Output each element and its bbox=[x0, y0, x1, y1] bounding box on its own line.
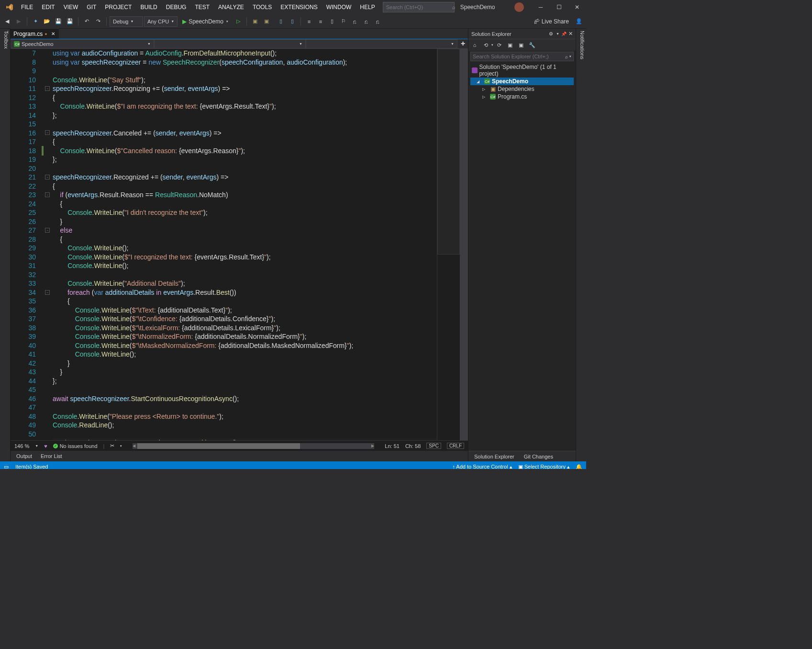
start-without-debug-button[interactable]: ▷ bbox=[233, 16, 244, 27]
vertical-scrollbar[interactable] bbox=[460, 49, 468, 440]
pin-icon[interactable]: 📌 bbox=[561, 32, 567, 36]
close-icon[interactable]: ✕ bbox=[568, 31, 573, 37]
fold-icon[interactable]: − bbox=[45, 228, 50, 233]
notifications-tab[interactable]: Notifications bbox=[576, 29, 586, 461]
menu-git[interactable]: GIT bbox=[83, 2, 100, 12]
select-repository[interactable]: ▣ Select Repository ▴ bbox=[518, 464, 570, 470]
tree-project-speechdemo[interactable]: ◢ C# SpeechDemo bbox=[470, 78, 574, 85]
avatar-icon[interactable] bbox=[514, 2, 524, 12]
toolbar-icon-1[interactable]: ▣ bbox=[250, 16, 260, 27]
switch-view-icon[interactable]: ⟲ bbox=[480, 40, 491, 50]
fold-icon[interactable]: − bbox=[45, 290, 50, 295]
toolbar-icon-3[interactable]: ▯ bbox=[276, 16, 286, 27]
menu-edit[interactable]: EDIT bbox=[38, 2, 58, 12]
line-indicator[interactable]: Ln: 51 bbox=[385, 443, 400, 449]
properties-icon[interactable]: 🔧 bbox=[527, 40, 537, 50]
expand-arrow-icon[interactable]: ▷ bbox=[482, 95, 488, 99]
scissors-icon[interactable]: ✂ bbox=[110, 443, 114, 449]
menu-analyze[interactable]: ANALYZE bbox=[214, 2, 248, 12]
indent-icon[interactable]: ≡ bbox=[304, 16, 314, 27]
menu-project[interactable]: PROJECT bbox=[101, 2, 135, 12]
save-icon[interactable]: 💾 bbox=[53, 16, 64, 27]
forward-button[interactable]: ▶ bbox=[13, 16, 24, 27]
global-search-input[interactable] bbox=[386, 4, 452, 10]
gear-icon[interactable]: ⚙ bbox=[549, 31, 553, 36]
new-project-icon[interactable]: ✦ bbox=[30, 16, 41, 27]
nav-member-dropdown[interactable]: ▼ bbox=[306, 39, 457, 48]
start-debug-button[interactable]: ▶ SpeechDemo ▾ bbox=[178, 16, 232, 27]
fold-icon[interactable]: − bbox=[45, 130, 50, 135]
menu-test[interactable]: TEST bbox=[191, 2, 213, 12]
git-changes-tab[interactable]: Git Changes bbox=[520, 453, 557, 460]
menu-view[interactable]: VIEW bbox=[60, 2, 82, 12]
output-tab[interactable]: Output bbox=[12, 452, 36, 460]
toolbar-icon-6[interactable]: ⎌ bbox=[361, 16, 372, 27]
solution-explorer-toolbar: ⌂ ⟲ ▾ ⟳ ▣ ▣ 🔧 bbox=[468, 39, 576, 51]
add-to-source-control[interactable]: ↑ Add to Source Control ▴ bbox=[452, 464, 512, 470]
solution-panel-bottom-tabs: Solution Explorer Git Changes bbox=[468, 451, 576, 461]
menu-window[interactable]: WINDOW bbox=[323, 2, 356, 12]
open-icon[interactable]: 📂 bbox=[42, 16, 52, 27]
line-ending-indicator[interactable]: CRLF bbox=[447, 443, 464, 449]
dropdown-arrow-icon[interactable]: ▼ bbox=[556, 32, 559, 35]
save-all-icon[interactable]: 💾 bbox=[65, 16, 75, 27]
toolbox-tab[interactable]: Toolbox bbox=[0, 29, 11, 461]
fold-icon[interactable]: − bbox=[45, 175, 50, 179]
outdent-icon[interactable]: ≡ bbox=[315, 16, 326, 27]
close-button[interactable]: ✕ bbox=[570, 1, 584, 13]
expand-arrow-icon[interactable]: ▷ bbox=[482, 87, 488, 91]
menu-build[interactable]: BUILD bbox=[136, 2, 161, 12]
undo-button[interactable]: ↶ bbox=[81, 16, 92, 27]
tree-solution-root[interactable]: Solution 'SpeechDemo' (1 of 1 project) bbox=[470, 63, 574, 78]
minimize-button[interactable]: ─ bbox=[534, 1, 548, 13]
minimap[interactable] bbox=[437, 49, 460, 440]
issues-indicator[interactable]: ✓No issues found bbox=[53, 443, 98, 449]
tree-program-cs[interactable]: ▷ C# Program.cs bbox=[470, 93, 574, 101]
notification-bell-icon[interactable]: 🔔 bbox=[576, 464, 582, 470]
global-search[interactable]: ⌕ bbox=[383, 2, 455, 12]
split-editor-icon[interactable]: ✚ bbox=[457, 39, 468, 49]
solution-search[interactable]: ⌕▾ bbox=[470, 52, 574, 61]
error-list-tab[interactable]: Error List bbox=[37, 452, 66, 460]
zoom-level[interactable]: 146 % bbox=[14, 443, 29, 449]
config-dropdown[interactable]: Debug▼ bbox=[110, 16, 143, 27]
expand-arrow-icon[interactable]: ◢ bbox=[477, 79, 482, 84]
code-editor[interactable]: 7891011121314151617181920212223242526272… bbox=[11, 49, 468, 440]
menu-file[interactable]: FILE bbox=[17, 2, 37, 12]
back-button[interactable]: ◀ bbox=[2, 16, 12, 27]
fold-icon[interactable]: − bbox=[45, 86, 50, 91]
nav-project-dropdown[interactable]: C# SpeechDemo▼ bbox=[11, 39, 154, 48]
nav-type-dropdown[interactable]: ▼ bbox=[154, 39, 306, 48]
horizontal-scrollbar[interactable]: ◀▶ bbox=[133, 443, 374, 449]
spaces-indicator[interactable]: SPC bbox=[426, 443, 441, 449]
solution-explorer-tab[interactable]: Solution Explorer bbox=[470, 453, 518, 460]
tab-program-cs[interactable]: Program.cs ● ✕ bbox=[11, 28, 59, 39]
fold-icon[interactable]: − bbox=[45, 192, 50, 197]
nav-bar: C# SpeechDemo▼ ▼ ▼ ✚ bbox=[11, 39, 468, 49]
home-icon[interactable]: ⌂ bbox=[469, 40, 480, 50]
solution-search-input[interactable] bbox=[473, 54, 565, 59]
toolbar-icon-4[interactable]: ▯ bbox=[287, 16, 298, 27]
toolbar-icon-7[interactable]: ⎌ bbox=[373, 16, 383, 27]
health-icon[interactable]: ♥ bbox=[44, 443, 47, 449]
account-icon[interactable]: 👤 bbox=[574, 16, 584, 27]
menu-help[interactable]: HELP bbox=[356, 2, 378, 12]
collapse-icon[interactable]: ▣ bbox=[505, 40, 515, 50]
char-indicator[interactable]: Ch: 58 bbox=[405, 443, 421, 449]
refresh-icon[interactable]: ⟳ bbox=[494, 40, 504, 50]
comment-icon[interactable]: ▯ bbox=[327, 16, 337, 27]
toolbar-icon-2[interactable]: ▣ bbox=[261, 16, 272, 27]
menu-tools[interactable]: TOOLS bbox=[249, 2, 276, 12]
toolbar-icon-5[interactable]: ⎌ bbox=[350, 16, 360, 27]
menu-extensions[interactable]: EXTENSIONS bbox=[277, 2, 321, 12]
menu-debug[interactable]: DEBUG bbox=[162, 2, 190, 12]
tab-close-icon[interactable]: ✕ bbox=[51, 31, 55, 36]
code-content[interactable]: using var audioConfiguration = AudioConf… bbox=[52, 49, 437, 440]
maximize-button[interactable]: ☐ bbox=[552, 1, 566, 13]
show-all-icon[interactable]: ▣ bbox=[516, 40, 526, 50]
live-share-button[interactable]: ⮳ Live Share bbox=[530, 16, 573, 27]
redo-button[interactable]: ↷ bbox=[93, 16, 103, 27]
platform-dropdown[interactable]: Any CPU▼ bbox=[144, 16, 178, 27]
bookmark-icon[interactable]: ⚐ bbox=[338, 16, 349, 27]
tree-dependencies[interactable]: ▷ ▣ Dependencies bbox=[470, 85, 574, 93]
